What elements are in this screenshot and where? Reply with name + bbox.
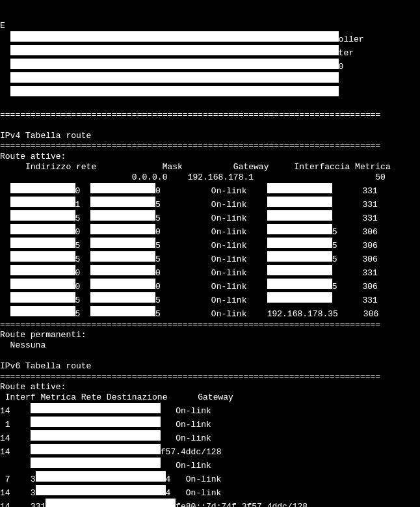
terminal-output: E oller ter 0 ==========================… — [0, 21, 420, 507]
